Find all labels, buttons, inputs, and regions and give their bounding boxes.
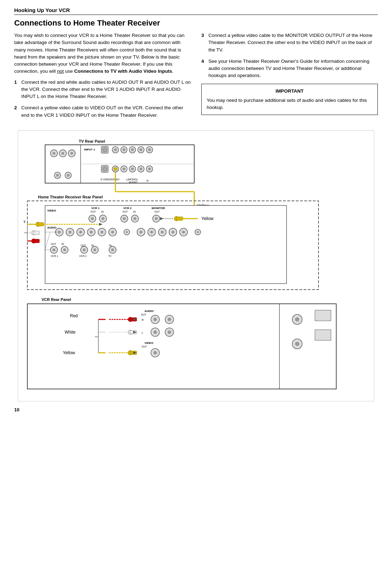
- svg-point-99: [197, 231, 199, 233]
- step-1-text: Connect the red and white audio cables t…: [21, 79, 191, 100]
- svg-point-6: [61, 152, 64, 155]
- svg-point-27: [103, 167, 107, 171]
- svg-text:R: R: [147, 179, 149, 182]
- svg-point-97: [182, 231, 185, 234]
- svg-point-114: [111, 248, 114, 251]
- svg-point-91: [150, 231, 153, 234]
- svg-point-81: [90, 231, 93, 234]
- svg-text:VCR 1: VCR 1: [51, 255, 58, 257]
- svg-text:S-VIDEO: S-VIDEO: [100, 178, 111, 181]
- svg-rect-156: [315, 310, 331, 321]
- svg-text:VCR 1: VCR 1: [91, 207, 100, 210]
- step-2: 2 Connect a yellow video cable to VIDEO …: [14, 104, 191, 119]
- svg-point-112: [93, 248, 96, 251]
- ht-panel-label: Home Theater Receiver Rear Panel: [38, 195, 103, 199]
- svg-point-77: [69, 231, 71, 234]
- yellow-label-ht-right: Yellow: [201, 216, 214, 221]
- diagram-container: TV Rear Panel INPUT 1: [18, 130, 374, 401]
- svg-point-87: [126, 231, 128, 233]
- svg-rect-71: [176, 217, 183, 220]
- svg-text:OUT: OUT: [142, 345, 147, 348]
- svg-point-8: [70, 152, 73, 155]
- svg-text:INPUT 1: INPUT 1: [84, 148, 95, 151]
- svg-text:OUT: OUT: [123, 210, 128, 213]
- svg-point-79: [79, 231, 82, 234]
- svg-point-10: [56, 174, 59, 177]
- svg-point-60: [91, 217, 94, 220]
- step-1: 1 Connect the red and white audio cables…: [14, 79, 191, 100]
- svg-point-95: [172, 231, 174, 234]
- step-4: 4 See your Home Theater Receiver Owner's…: [201, 58, 378, 79]
- white-label-vcr: White: [65, 330, 76, 335]
- step-4-num: 4: [201, 58, 206, 79]
- section-title: Connections to Home Theater Receiver: [14, 18, 378, 28]
- svg-point-155: [295, 342, 299, 346]
- svg-rect-157: [315, 330, 331, 340]
- svg-point-23: [140, 148, 142, 151]
- svg-point-145: [153, 330, 157, 334]
- svg-text:OUT: OUT: [141, 313, 147, 316]
- svg-text:VIDEO: VIDEO: [145, 341, 153, 345]
- important-text: You may need to purchase additional sets…: [207, 97, 372, 111]
- step-1-num: 1: [14, 79, 19, 100]
- intro-paragraph: You may wish to connect your VCR to a Ho…: [14, 32, 191, 75]
- svg-text:AUDIO: AUDIO: [47, 226, 56, 229]
- svg-point-25: [148, 148, 151, 151]
- svg-point-85: [111, 231, 114, 234]
- white-label-ht: White: [24, 230, 24, 235]
- svg-text:MONITOR: MONITOR: [152, 207, 165, 210]
- svg-text:OUT: OUT: [51, 243, 56, 245]
- svg-rect-128: [34, 239, 39, 243]
- svg-text:L: L: [142, 331, 143, 334]
- step-3-num: 3: [201, 32, 206, 54]
- svg-point-147: [168, 330, 171, 334]
- svg-point-64: [123, 217, 126, 220]
- svg-point-62: [102, 217, 104, 220]
- svg-point-35: [140, 168, 142, 170]
- svg-text:VCR 2: VCR 2: [79, 255, 87, 257]
- svg-point-21: [131, 148, 134, 151]
- yellow-label-vcr: Yellow: [63, 350, 75, 355]
- step-3-text: Connect a yellow video cable to the MONI…: [208, 32, 378, 54]
- svg-point-31: [123, 168, 125, 170]
- svg-text:VIDEO: VIDEO: [47, 209, 56, 212]
- svg-point-43: [114, 167, 117, 171]
- svg-text:IN: IN: [133, 210, 136, 213]
- svg-text:IN: IN: [61, 243, 64, 245]
- svg-point-17: [114, 148, 117, 151]
- svg-text:TV: TV: [108, 255, 111, 257]
- svg-point-83: [100, 231, 103, 234]
- svg-text:OUT: OUT: [91, 210, 96, 213]
- svg-point-153: [295, 317, 299, 322]
- svg-point-108: [63, 248, 66, 251]
- svg-point-66: [134, 217, 136, 220]
- page-number: 10: [14, 407, 378, 412]
- svg-point-89: [140, 231, 142, 234]
- wiring-diagram: TV Rear Panel INPUT 1: [24, 136, 379, 395]
- step-2-num: 2: [14, 104, 19, 119]
- svg-point-19: [123, 148, 125, 151]
- tv-panel-label: TV Rear Panel: [79, 139, 105, 143]
- red-label-vcr: Red: [70, 313, 78, 318]
- svg-point-141: [153, 318, 157, 321]
- svg-point-4: [53, 152, 55, 155]
- svg-point-12: [67, 174, 70, 177]
- svg-point-33: [131, 168, 134, 170]
- svg-rect-122: [38, 223, 44, 226]
- vcr-panel-label: VCR Rear Panel: [42, 297, 71, 302]
- svg-point-75: [58, 231, 61, 234]
- svg-text:OUT: OUT: [154, 210, 160, 213]
- svg-text:IN: IN: [109, 244, 111, 247]
- svg-text:R: R: [142, 318, 144, 322]
- svg-text:IN: IN: [101, 210, 104, 213]
- important-box: IMPORTANT You may need to purchase addit…: [201, 84, 378, 115]
- step-2-text: Connect a yellow video cable to VIDEO OU…: [21, 104, 191, 119]
- important-title: IMPORTANT: [207, 88, 372, 95]
- yellow-label-ht: Yellow: [24, 219, 26, 224]
- svg-point-15: [103, 148, 107, 152]
- svg-text:AUDIO: AUDIO: [145, 309, 154, 313]
- svg-point-151: [153, 351, 157, 355]
- svg-point-93: [161, 231, 164, 234]
- svg-point-37: [148, 168, 151, 170]
- svg-point-106: [53, 248, 55, 251]
